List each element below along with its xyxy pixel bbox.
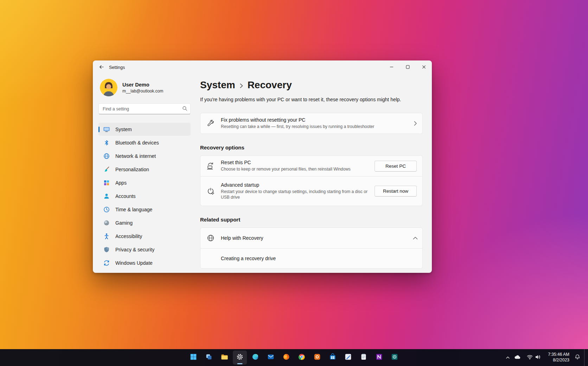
back-button[interactable]: [96, 62, 107, 73]
notepad-button[interactable]: [357, 351, 371, 365]
sidebar-nav: System Bluetooth & devices Network & int…: [98, 123, 191, 269]
advanced-startup-icon: [200, 187, 221, 195]
taskbar-clock[interactable]: 7:35:46 AM 8/2/2023: [545, 352, 572, 363]
globe-icon: [200, 234, 221, 242]
network-wifi-icon: [527, 354, 533, 361]
reset-pc-button[interactable]: Reset PC: [375, 161, 417, 172]
accounts-person-icon: [103, 193, 110, 200]
fix-problems-subtitle: Resetting can take a while — first, try …: [221, 124, 403, 129]
sidebar-item-apps[interactable]: Apps: [98, 176, 191, 189]
sidebar-item-gaming[interactable]: Gaming: [98, 216, 191, 229]
sidebar-item-label: Windows Update: [115, 260, 153, 266]
help-link-row: Creating a recovery drive: [200, 248, 422, 268]
chrome-button[interactable]: [295, 351, 309, 365]
sidebar-item-network-internet[interactable]: Network & internet: [98, 149, 191, 162]
sidebar-item-personalization[interactable]: Personalization: [98, 163, 191, 176]
network-volume-group[interactable]: [523, 351, 544, 365]
tray-overflow-button[interactable]: [504, 351, 512, 365]
avatar: [100, 79, 117, 96]
back-arrow-icon: [99, 64, 104, 71]
fix-problems-card[interactable]: Fix problems without resetting your PC R…: [200, 113, 423, 134]
help-with-recovery-toggle[interactable]: Help with Recovery: [200, 228, 422, 248]
file-explorer-button[interactable]: [217, 351, 231, 365]
main-content: System Recovery If you're having problem…: [195, 75, 432, 273]
notification-icon: [575, 354, 580, 361]
minimize-button[interactable]: [383, 60, 400, 74]
sidebar-item-label: System: [115, 127, 132, 132]
search-icon: [182, 106, 187, 113]
sidebar-item-privacy-security[interactable]: Privacy & security: [98, 243, 191, 256]
notification-center-button[interactable]: [573, 351, 582, 365]
recovery-options-group: Reset this PC Choose to keep or remove y…: [200, 155, 423, 206]
network-globe-icon: [103, 153, 110, 160]
chevron-up-icon: [408, 237, 422, 240]
breadcrumb-system[interactable]: System: [200, 79, 235, 91]
titlebar: Settings: [93, 60, 432, 75]
page-title: Recovery: [248, 79, 292, 91]
onedrive-button[interactable]: [512, 351, 522, 365]
show-desktop-button[interactable]: [584, 349, 586, 366]
edge-button[interactable]: [248, 351, 262, 365]
maximize-button[interactable]: [400, 60, 416, 74]
maximize-icon: [406, 65, 410, 70]
sidebar-item-time-language[interactable]: Time & language: [98, 203, 191, 216]
chrome-icon: [298, 353, 306, 362]
mail-icon: [267, 353, 275, 362]
sidebar-item-accessibility[interactable]: Accessibility: [98, 230, 191, 243]
advanced-startup-card: Advanced startup Restart your device to …: [200, 176, 423, 206]
store-button[interactable]: [326, 351, 340, 365]
user-profile[interactable]: User Demo m__lab@outlook.com: [98, 75, 191, 96]
sidebar-item-label: Time & language: [115, 207, 152, 212]
window-title: Settings: [109, 65, 125, 70]
sidebar-item-label: Accessibility: [115, 233, 142, 239]
start-icon: [190, 353, 197, 362]
search-box: [98, 103, 191, 114]
sidebar-item-accounts[interactable]: Accounts: [98, 190, 191, 203]
settings-taskbar-button[interactable]: [233, 351, 247, 365]
close-button[interactable]: [416, 60, 432, 74]
onenote-icon: [375, 353, 383, 362]
paint-button[interactable]: [341, 351, 355, 365]
sidebar-item-label: Accounts: [115, 193, 136, 199]
clock-date: 8/2/2023: [548, 358, 569, 363]
related-support-header: Related support: [200, 217, 423, 223]
onedrive-cloud-icon: [514, 354, 520, 361]
capture-tool-button[interactable]: [388, 351, 402, 365]
window-controls: [383, 60, 432, 74]
reset-pc-subtitle: Choose to keep or remove your personal f…: [221, 166, 370, 172]
sidebar-item-bluetooth-devices[interactable]: Bluetooth & devices: [98, 136, 191, 149]
bluetooth-icon: [103, 139, 110, 146]
wrench-icon: [200, 119, 221, 128]
recovery-drive-link[interactable]: Creating a recovery drive: [221, 256, 276, 261]
clock-icon: [103, 206, 110, 213]
reset-pc-card: Reset this PC Choose to keep or remove y…: [200, 155, 423, 176]
sidebar: User Demo m__lab@outlook.com: [93, 75, 195, 273]
search-input[interactable]: [98, 103, 191, 114]
gaming-sphere-icon: [103, 219, 110, 226]
breadcrumb: System Recovery: [200, 79, 423, 91]
task-view-button[interactable]: [202, 351, 216, 365]
firefox-icon: [282, 353, 290, 362]
onenote-button[interactable]: [372, 351, 386, 365]
sidebar-item-system[interactable]: System: [98, 123, 191, 136]
sidebar-item-windows-update[interactable]: Windows Update: [98, 256, 191, 269]
taskbar-center: [186, 351, 402, 365]
mail-button[interactable]: [264, 351, 278, 365]
camera-app-button[interactable]: [310, 351, 324, 365]
capture-tool-icon: [391, 353, 398, 362]
settings-gear-icon: [236, 353, 244, 362]
tray-chevron-up-icon: [506, 354, 510, 361]
windows-update-icon: [103, 259, 110, 267]
reset-pc-icon: [200, 162, 221, 170]
recovery-options-header: Recovery options: [200, 145, 423, 150]
personalization-brush-icon: [103, 166, 110, 173]
start-button[interactable]: [186, 351, 200, 365]
system-tray: 7:35:46 AM 8/2/2023: [504, 349, 586, 366]
clock-time: 7:35:46 AM: [548, 352, 569, 358]
firefox-button[interactable]: [279, 351, 293, 365]
fix-problems-title: Fix problems without resetting your PC: [221, 117, 403, 123]
camera-app-icon: [313, 353, 321, 362]
restart-now-button[interactable]: Restart now: [375, 186, 417, 197]
taskbar: 7:35:46 AM 8/2/2023: [0, 349, 588, 366]
user-name: User Demo: [122, 82, 163, 88]
